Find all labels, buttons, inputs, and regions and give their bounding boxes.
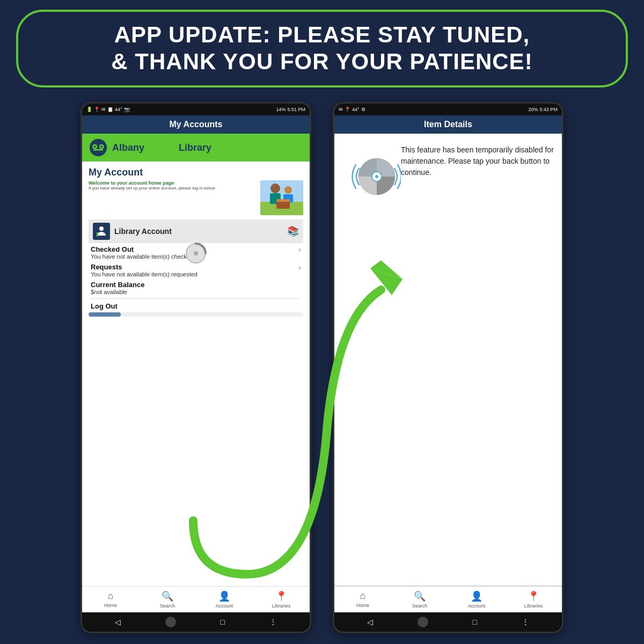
library-logo-icon — [89, 138, 108, 157]
library-logo-bar: Albany Public Library — [82, 134, 310, 162]
libraries-label-right: Libraries — [524, 603, 543, 609]
account-welcome-area: Welcome to your account home page If you… — [89, 180, 303, 215]
search-label-left: Search — [160, 603, 175, 609]
banner: APP UPDATE: PLEASE STAY TUNED, & THANK Y… — [16, 10, 628, 87]
mail-icon: ✉ — [101, 107, 106, 112]
nav-home-right[interactable]: ⌂ Home — [334, 589, 391, 610]
books-icon: 📚 — [287, 225, 299, 237]
nav-search-left[interactable]: 🔍 Search — [139, 589, 196, 610]
clipboard-icon: 📋 — [107, 107, 113, 112]
status-right-icons: 14% 5:51 PM — [276, 107, 305, 112]
home-label-left: Home — [104, 603, 117, 608]
svg-point-8 — [270, 184, 280, 193]
lib-account-label: Library Account — [114, 227, 283, 236]
back-btn-left[interactable]: ◁ — [115, 618, 121, 626]
svg-rect-15 — [97, 232, 98, 237]
account-list-container: Checked Out You have not available item(… — [89, 245, 303, 310]
right-spacer — [334, 370, 562, 586]
nav-account-left[interactable]: 👤 Account — [196, 589, 253, 610]
location-icon: 📍 — [94, 107, 100, 112]
disc-svg — [347, 150, 401, 203]
battery-percent-left: 14% — [276, 107, 286, 112]
time-left: 5:51 PM — [287, 107, 305, 112]
battery-icon: 🔋 — [86, 107, 92, 112]
svg-point-17 — [194, 251, 198, 255]
banner-text-line1: APP UPDATE: PLEASE STAY TUNED, — [40, 21, 604, 48]
lib-account-icon — [93, 223, 110, 240]
camera-icon: 📷 — [124, 107, 130, 112]
disc-area — [342, 144, 396, 360]
checked-out-chevron: › — [298, 245, 301, 254]
phones-container: 🔋 📍 ✉ 📋 44° 📷 14% 5:51 PM My Accounts — [16, 102, 628, 633]
requests-chevron: › — [298, 263, 301, 272]
status-right-right-icons: 20% 5:42 PM — [528, 107, 558, 112]
balance-desc: $not available — [91, 289, 301, 295]
welcome-line1: Welcome to your account home page — [89, 180, 256, 186]
home-label-right: Home — [356, 603, 369, 608]
libraries-icon-left: 📍 — [275, 590, 287, 602]
nav-account-right[interactable]: 👤 Account — [448, 589, 505, 610]
library-name-text: Albany Public Library — [112, 142, 211, 153]
android-nav-right: ◁ □ ⋮ — [334, 612, 562, 632]
menu-btn-left[interactable]: ⋮ — [269, 618, 277, 626]
svg-point-14 — [99, 226, 104, 231]
account-icon-right: 👤 — [471, 590, 482, 602]
recents-btn-left[interactable]: □ — [221, 618, 225, 626]
libraries-label-left: Libraries — [272, 603, 291, 609]
android-nav-left: ◁ □ ⋮ — [82, 612, 310, 632]
my-account-section: My Account Welcome to your account home … — [82, 162, 310, 586]
welcome-line2: If you have already set up your online a… — [89, 186, 256, 191]
svg-point-3 — [94, 145, 96, 148]
svg-rect-5 — [93, 149, 103, 151]
nav-libraries-left[interactable]: 📍 Libraries — [253, 589, 310, 610]
log-out[interactable]: Log Out — [91, 298, 301, 310]
library-account-row[interactable]: Library Account 📚 — [89, 219, 303, 243]
disc-container — [347, 150, 390, 193]
home-btn-right[interactable] — [418, 617, 428, 627]
banner-text-line2: & THANK YOU FOR YOUR PATIENCE! — [40, 48, 604, 75]
nav-search-right[interactable]: 🔍 Search — [391, 589, 448, 610]
account-label-left: Account — [216, 603, 233, 609]
balance-item: Current Balance $not available — [91, 281, 301, 295]
account-welcome-text: Welcome to your account home page If you… — [89, 180, 256, 215]
home-icon-right: ⌂ — [360, 590, 366, 602]
bottom-nav-right: ⌂ Home 🔍 Search 👤 Account 📍 Libraries — [334, 586, 562, 612]
status-left-icons: 🔋 📍 ✉ 📋 44° 📷 — [86, 107, 130, 112]
home-btn-left[interactable] — [165, 617, 176, 627]
svg-point-20 — [375, 175, 378, 178]
location-icon-r: 📍 — [345, 107, 350, 112]
account-label-right: Account — [468, 603, 486, 609]
gear-icon-r: ⚙ — [361, 107, 365, 112]
scroll-area — [89, 312, 303, 317]
people-svg — [260, 180, 303, 215]
balance-title: Current Balance — [91, 281, 301, 289]
back-btn-right[interactable]: ◁ — [367, 618, 373, 626]
home-icon-left: ⌂ — [108, 590, 114, 602]
bottom-nav-left: ⌂ Home 🔍 Search 👤 Account 📍 Libraries — [82, 586, 310, 612]
battery-percent-right: 20% — [528, 107, 538, 112]
menu-btn-right[interactable]: ⋮ — [522, 618, 529, 626]
status-bar-right: ✉ 📍 44° ⚙ 20% 5:42 PM — [334, 104, 562, 115]
maintenance-text: This feature has been temporarily disabl… — [401, 144, 554, 360]
temp-display: 44° — [115, 107, 122, 112]
recents-btn-right[interactable]: □ — [473, 618, 477, 626]
item-details-content: This feature has been temporarily disabl… — [334, 134, 562, 370]
mail-icon-r: ✉ — [339, 107, 343, 112]
loading-spinner — [185, 243, 207, 266]
svg-point-4 — [101, 145, 103, 148]
phone-right: ✉ 📍 44° ⚙ 20% 5:42 PM Item Details — [333, 102, 564, 633]
my-account-title: My Account — [89, 167, 303, 178]
left-header-title: My Accounts — [170, 120, 223, 129]
spinner-svg — [185, 243, 207, 264]
svg-point-10 — [284, 186, 292, 194]
search-icon-left: 🔍 — [162, 590, 173, 602]
people-photo — [260, 180, 303, 215]
nav-libraries-right[interactable]: 📍 Libraries — [505, 589, 562, 610]
scroll-thumb — [89, 312, 121, 317]
account-icon-left: 👤 — [218, 590, 230, 602]
nav-home-left[interactable]: ⌂ Home — [82, 589, 139, 610]
svg-point-0 — [90, 139, 107, 156]
search-icon-right: 🔍 — [414, 590, 426, 602]
status-bar-left: 🔋 📍 ✉ 📋 44° 📷 14% 5:51 PM — [82, 104, 310, 115]
right-header-title: Item Details — [424, 120, 472, 129]
